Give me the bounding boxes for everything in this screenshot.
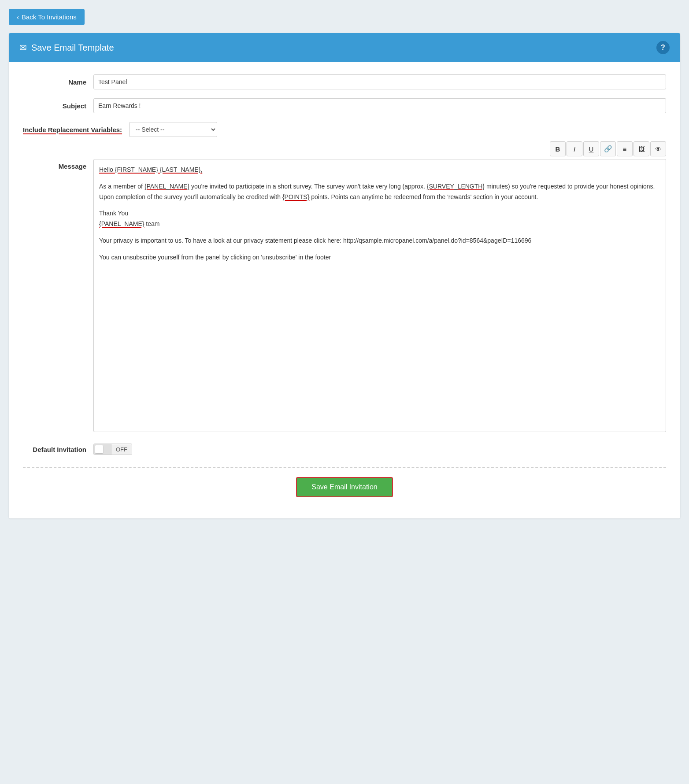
message-paragraph-3: Your privacy is important to us. To have… [99, 236, 660, 246]
default-invitation-row: Default Invitation OFF [23, 441, 666, 464]
variables-label: Include Replacement Variables: [23, 126, 129, 133]
help-button[interactable]: ? [656, 41, 670, 54]
message-paragraph-1: As a member of {PANEL_NAME} you're invit… [99, 181, 660, 203]
toggle-container: OFF [93, 444, 132, 455]
variables-row: Include Replacement Variables: -- Select… [23, 122, 666, 137]
subject-label: Subject [23, 102, 93, 110]
preview-icon: 👁 [655, 145, 662, 153]
bold-button[interactable]: B [550, 141, 566, 156]
save-email-invitation-button[interactable]: Save Email Invitation [296, 477, 393, 497]
main-card: ✉ Save Email Template ? Name Subject Inc… [9, 33, 680, 518]
toolbar-row: B I U 🔗 ≡ 🖼 👁 [93, 141, 666, 156]
link-icon: 🔗 [604, 145, 612, 153]
email-icon: ✉ [19, 42, 27, 53]
message-row: Message Hello {FIRST_NAME} {LAST_NAME}, … [23, 159, 666, 432]
card-body: Name Subject Include Replacement Variabl… [9, 62, 680, 518]
subject-row: Subject [23, 98, 666, 113]
chevron-left-icon: ‹ [17, 13, 19, 21]
preview-button[interactable]: 👁 [650, 141, 666, 156]
align-button[interactable]: ≡ [617, 141, 633, 156]
bold-icon: B [556, 145, 560, 153]
link-button[interactable]: 🔗 [600, 141, 616, 156]
subject-input[interactable] [93, 98, 666, 113]
toggle-off-label: OFF [111, 444, 132, 455]
editor-toolbar: B I U 🔗 ≡ 🖼 👁 [550, 141, 666, 156]
variables-select[interactable]: -- Select -- [129, 122, 217, 137]
question-mark-icon: ? [661, 44, 665, 52]
underline-button[interactable]: U [583, 141, 599, 156]
toggle-thumb [95, 445, 103, 453]
page-title: Save Email Template [31, 43, 114, 53]
default-invitation-label: Default Invitation [23, 446, 93, 453]
name-input[interactable] [93, 74, 666, 89]
message-paragraph-4: You can unsubscribe yourself from the pa… [99, 252, 660, 263]
divider [23, 467, 666, 468]
message-label: Message [23, 159, 93, 170]
card-header: ✉ Save Email Template ? [9, 33, 680, 62]
save-section: Save Email Invitation [23, 477, 666, 506]
toggle-track [94, 444, 111, 455]
italic-icon: I [574, 145, 575, 153]
underline-icon: U [589, 145, 594, 153]
header-title-group: ✉ Save Email Template [19, 42, 114, 53]
align-icon: ≡ [623, 145, 627, 153]
italic-button[interactable]: I [567, 141, 582, 156]
image-button[interactable]: 🖼 [633, 141, 649, 156]
save-button-label: Save Email Invitation [311, 483, 377, 491]
name-label: Name [23, 78, 93, 86]
image-icon: 🖼 [638, 145, 645, 153]
name-row: Name [23, 74, 666, 89]
default-invitation-toggle[interactable]: OFF [93, 444, 132, 455]
first-name-var: Hello {FIRST_NAME} {LAST_NAME}, [99, 166, 202, 173]
message-editor[interactable]: Hello {FIRST_NAME} {LAST_NAME}, As a mem… [93, 159, 666, 432]
message-paragraph-2: Thank You{PANEL_NAME} team [99, 208, 660, 229]
back-to-invitations-button[interactable]: ‹ Back To Invitations [9, 9, 85, 25]
back-button-label: Back To Invitations [22, 13, 77, 21]
